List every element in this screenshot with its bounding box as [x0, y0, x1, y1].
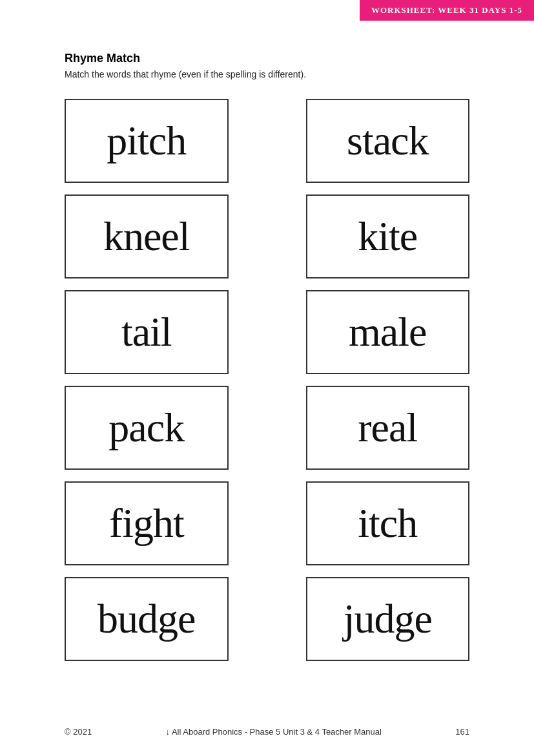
word-card-right-2: kite: [306, 194, 470, 278]
word-card-left-3: tail: [65, 290, 229, 374]
exercise-title: Rhyme Match: [65, 52, 469, 65]
copyright: © 2021: [65, 727, 92, 737]
word-card-left-5: fight: [65, 481, 229, 565]
word-card-left-1: pitch: [65, 99, 229, 183]
word-card-left-6: budge: [65, 577, 229, 661]
footer-center: ↓ All Aboard Phonics - Phase 5 Unit 3 & …: [166, 727, 382, 737]
word-card-left-4: pack: [65, 386, 229, 470]
word-card-right-3: male: [306, 290, 470, 374]
footer-manual-label: ↓ All Aboard Phonics - Phase 5 Unit 3 & …: [166, 727, 382, 737]
word-card-left-2: kneel: [65, 194, 229, 278]
word-card-right-4: real: [306, 386, 470, 470]
page-number: 161: [455, 727, 469, 737]
word-card-right-5: itch: [306, 481, 470, 565]
word-grid: pitch stack kneel kite tail male pack re…: [65, 99, 469, 661]
word-card-right-6: judge: [306, 577, 470, 661]
word-card-right-1: stack: [306, 99, 470, 183]
exercise-description: Match the words that rhyme (even if the …: [65, 69, 469, 79]
footer: © 2021 ↓ All Aboard Phonics - Phase 5 Un…: [0, 727, 534, 737]
worksheet-banner: WORKSHEET: WEEK 31 DAYS 1-5: [360, 0, 534, 21]
